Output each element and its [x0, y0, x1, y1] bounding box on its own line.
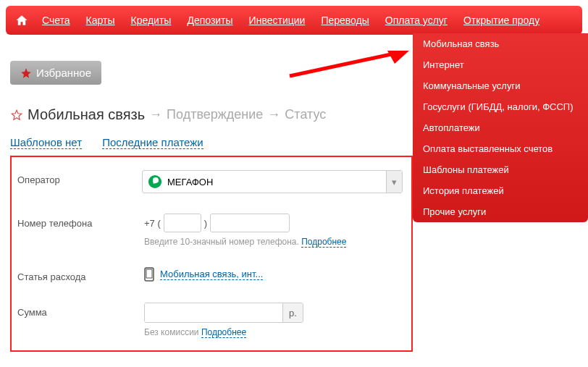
phone-label: Номер телефона — [17, 214, 144, 229]
breadcrumb-current: Мобильная связь — [28, 106, 145, 123]
phone-icon — [144, 267, 154, 282]
dropdown-gov[interactable]: Госуслуги (ГИБДД, налоги, ФССП) — [413, 96, 588, 117]
svg-rect-3 — [146, 269, 152, 278]
megafon-icon — [148, 175, 161, 188]
amount-input[interactable] — [145, 303, 282, 322]
payment-form: Оператор МЕГАФОН ▾ Номер телефона +7 ( )… — [10, 156, 413, 352]
breadcrumb-step-1: Подтверждение — [167, 107, 263, 122]
dropdown-mobile[interactable]: Мобильная связь — [413, 33, 588, 54]
nav-deposits[interactable]: Депозиты — [187, 14, 232, 26]
breadcrumb-sep: → — [267, 107, 280, 122]
home-icon[interactable] — [14, 14, 29, 27]
nav-transfers[interactable]: Переводы — [321, 14, 369, 26]
amount-label: Сумма — [17, 303, 144, 318]
expense-category-link[interactable]: Мобильная связь, инт... — [144, 267, 403, 282]
star-icon — [20, 67, 32, 79]
phone-more-link[interactable]: Подробнее — [301, 237, 346, 248]
dropdown-other[interactable]: Прочие услуги — [413, 201, 588, 222]
main-nav: Счета Карты Кредиты Депозиты Инвестиции … — [6, 6, 582, 35]
amount-helper: Без комиссии — [144, 327, 199, 337]
amount-more-link[interactable]: Подробнее — [201, 327, 246, 338]
dropdown-templates[interactable]: Шаблоны платежей — [413, 159, 588, 180]
nav-open-product[interactable]: Открытие проду — [463, 14, 539, 26]
tab-recent[interactable]: Последние платежи — [102, 136, 203, 149]
star-outline-icon[interactable] — [10, 109, 23, 122]
phone-number-input[interactable] — [210, 214, 290, 232]
amount-currency: р. — [282, 303, 303, 322]
tab-templates[interactable]: Шаблонов нет — [10, 136, 82, 149]
operator-value: МЕГАФОН — [167, 177, 213, 187]
expense-link-text: Мобильная связь, инт... — [160, 269, 263, 280]
phone-code-input[interactable] — [164, 214, 201, 232]
dropdown-history[interactable]: История платежей — [413, 180, 588, 201]
payments-dropdown: Мобильная связь Интернет Коммунальные ус… — [413, 33, 588, 222]
dropdown-invoices[interactable]: Оплата выставленных счетов — [413, 138, 588, 159]
phone-prefix: +7 ( — [144, 218, 161, 229]
phone-helper: Введите 10-значный номер телефона. — [144, 237, 299, 247]
operator-select[interactable]: МЕГАФОН ▾ — [142, 170, 403, 193]
svg-line-0 — [290, 54, 391, 76]
phone-sep: ) — [204, 218, 207, 229]
breadcrumb-sep: → — [149, 107, 162, 122]
nav-payments[interactable]: Оплата услуг — [385, 14, 448, 26]
operator-label: Оператор — [17, 170, 142, 185]
favorites-label: Избранное — [36, 67, 91, 79]
expense-label: Статья расхода — [17, 267, 144, 282]
breadcrumb-step-2: Статус — [285, 107, 326, 122]
dropdown-autopay[interactable]: Автоплатежи — [413, 117, 588, 138]
annotation-arrow — [286, 51, 413, 80]
nav-investments[interactable]: Инвестиции — [249, 14, 306, 26]
nav-credits[interactable]: Кредиты — [131, 14, 172, 26]
svg-marker-1 — [387, 51, 409, 64]
dropdown-internet[interactable]: Интернет — [413, 54, 588, 75]
dropdown-utilities[interactable]: Коммунальные услуги — [413, 75, 588, 96]
chevron-down-icon: ▾ — [386, 171, 402, 193]
nav-cards[interactable]: Карты — [86, 14, 115, 26]
nav-accounts[interactable]: Счета — [42, 14, 70, 26]
favorites-button[interactable]: Избранное — [10, 61, 101, 85]
